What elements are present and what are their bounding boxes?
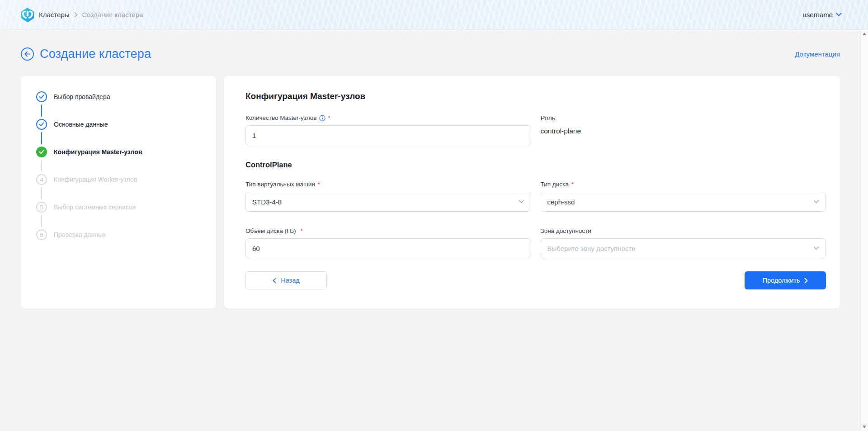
step-connector (41, 104, 42, 117)
master-count-field-group: Количество Master-узлов * (245, 114, 531, 145)
step-label: Проверка данных (54, 231, 106, 238)
step-label: Выбор системных сервисов (54, 204, 136, 211)
info-icon[interactable] (319, 115, 326, 121)
required-asterisk: * (318, 181, 320, 188)
brand-logo-icon (20, 7, 35, 23)
required-asterisk: * (328, 114, 330, 121)
master-count-label: Количество Master-узлов * (245, 114, 531, 121)
chevron-down-icon (519, 200, 524, 204)
disk-size-input[interactable] (245, 238, 531, 258)
master-count-input[interactable] (245, 125, 531, 145)
step-check-icon (36, 91, 47, 102)
step-label: Выбор провайдера (54, 93, 110, 100)
page-title: Создание кластера (40, 47, 151, 61)
zone-select[interactable]: Выберите зону доступности (541, 238, 826, 258)
master-count-label-text: Количество Master-узлов (245, 114, 317, 121)
stepper-step-system-services[interactable]: 5 Выбор системных сервисов (36, 202, 203, 213)
stepper-step-provider[interactable]: Выбор провайдера (36, 91, 203, 102)
zone-field-group: Зона доступности Выберите зону доступнос… (541, 227, 826, 258)
role-readonly-group: Роль control-plane (541, 114, 826, 145)
user-menu[interactable]: username (802, 11, 842, 19)
scroll-up-icon[interactable] (863, 33, 866, 35)
scroll-down-icon[interactable] (863, 426, 866, 428)
vertical-scrollbar[interactable] (860, 30, 868, 431)
page-content: Создание кластера Документация Выбор про… (0, 30, 868, 308)
disk-size-label: Объем диска (ГБ) * (245, 227, 531, 234)
continue-button-label: Продолжить (763, 277, 800, 284)
breadcrumb: Кластеры Создание кластера (39, 11, 143, 19)
step-label: Основные данные (54, 121, 108, 128)
chevron-down-icon (813, 200, 819, 204)
disk-type-value: ceph-ssd (547, 198, 575, 206)
page-header: Создание кластера Документация (21, 47, 840, 61)
required-asterisk: * (301, 227, 303, 234)
stepper-step-worker-config[interactable]: 4 Конфигурация Worker-узлов (36, 174, 203, 185)
vm-type-value: STD3-4-8 (252, 198, 282, 206)
wizard-stepper-panel: Выбор провайдера Основные данные Конфигу… (21, 76, 216, 308)
required-asterisk: * (571, 181, 574, 188)
stepper-step-master-config[interactable]: Конфигурация Master-узлов (36, 147, 203, 157)
step-number: 4 (36, 174, 47, 185)
zone-label-text: Зона доступности (541, 227, 591, 234)
disk-size-field-group: Объем диска (ГБ) * (245, 227, 531, 258)
step-check-icon (36, 147, 47, 157)
chevron-down-icon (836, 13, 842, 17)
step-label: Конфигурация Master-узлов (54, 148, 142, 156)
role-label: Роль (541, 114, 826, 122)
chevron-down-icon (813, 246, 819, 250)
vm-type-field-group: Тип виртуальных машин * STD3-4-8 (245, 181, 531, 212)
top-navigation-bar: Кластеры Создание кластера username (0, 0, 868, 30)
username-label: username (802, 11, 833, 19)
chevron-right-icon (804, 278, 808, 284)
step-check-icon (36, 119, 47, 130)
back-button-label: Назад (281, 277, 300, 284)
step-label: Конфигурация Worker-узлов (54, 176, 137, 183)
vm-type-select[interactable]: STD3-4-8 (245, 192, 531, 212)
chevron-left-icon (273, 278, 276, 284)
disk-type-select[interactable]: ceph-ssd (541, 192, 826, 212)
breadcrumb-chevron-right-icon (74, 12, 78, 17)
arrow-left-icon (24, 51, 31, 57)
controlplane-subsection-title: ControlPlane (245, 161, 826, 169)
app-logo[interactable] (20, 7, 35, 23)
zone-placeholder: Выберите зону доступности (547, 245, 636, 252)
stepper-step-data-review[interactable]: 6 Проверка данных (36, 229, 203, 240)
back-arrow-button[interactable] (21, 47, 34, 61)
breadcrumb-item-clusters[interactable]: Кластеры (39, 11, 70, 19)
role-value: control-plane (541, 127, 826, 135)
breadcrumb-item-create-cluster: Создание кластера (82, 11, 143, 19)
step-number: 5 (36, 202, 47, 213)
step-connector (41, 215, 42, 227)
section-title: Конфигурация Master-узлов (245, 91, 826, 101)
step-number: 6 (36, 229, 47, 240)
step-connector (41, 132, 42, 144)
master-config-form-panel: Конфигурация Master-узлов Количество Mas… (224, 76, 840, 308)
disk-type-label-text: Тип диска (541, 181, 569, 188)
documentation-link[interactable]: Документация (795, 50, 840, 58)
stepper-step-basic-data[interactable]: Основные данные (36, 119, 203, 130)
disk-type-label: Тип диска * (541, 181, 826, 188)
back-button[interactable]: Назад (245, 271, 327, 289)
continue-button[interactable]: Продолжить (745, 271, 826, 289)
vm-type-label-text: Тип виртуальных машин (245, 181, 315, 188)
step-connector (41, 187, 42, 199)
disk-type-field-group: Тип диска * ceph-ssd (541, 181, 826, 212)
disk-size-label-text: Объем диска (ГБ) (245, 227, 296, 234)
vm-type-label: Тип виртуальных машин * (245, 181, 531, 188)
zone-label: Зона доступности (541, 227, 826, 234)
step-connector (41, 160, 42, 172)
form-actions: Назад Продолжить (245, 271, 826, 289)
